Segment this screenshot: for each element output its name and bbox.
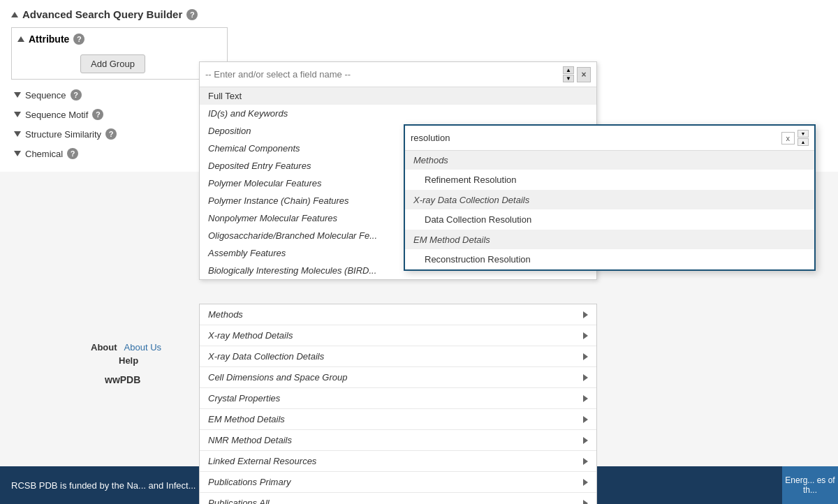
dropdown-row-em-method[interactable]: EM Method Details: [200, 409, 596, 430]
sequence-expand-icon: [14, 92, 21, 98]
dropdown-row-methods-label: Methods: [208, 309, 243, 320]
sequence-motif-help-icon[interactable]: ?: [92, 109, 103, 120]
help-row: Help: [91, 355, 161, 366]
resolution-group-xray-collection: X-ray Data Collection Details: [405, 191, 814, 209]
resolution-search-bar: x ▼ ▲: [405, 126, 814, 151]
resolution-sort-buttons: ▼ ▲: [797, 130, 809, 146]
sidebar-item-structure-similarity-label: Structure Similarity: [25, 129, 101, 140]
xray-collection-arrow-icon: [583, 353, 588, 360]
dropdown-row-nmr-method-label: NMR Method Details: [208, 435, 292, 445]
dropdown-row-publications-all-label: Publications All: [208, 498, 270, 504]
dropdown-row-cell-dimensions[interactable]: Cell Dimensions and Space Group: [200, 367, 596, 388]
header-help-icon[interactable]: ?: [186, 9, 198, 20]
about-row: About About Us: [91, 342, 161, 353]
page-title: Advanced Search Query Builder: [22, 8, 182, 20]
advanced-search-header[interactable]: Advanced Search Query Builder ?: [11, 8, 827, 20]
structure-similarity-expand-icon: [14, 131, 21, 137]
sidebar-item-sequence-label: Sequence: [25, 90, 66, 101]
dropdown-row-xray-method-label: X-ray Method Details: [208, 330, 293, 341]
dropdown-row-em-method-label: EM Method Details: [208, 414, 285, 424]
attribute-section: Attribute ? Add Group: [11, 27, 228, 80]
cell-dimensions-arrow-icon: [583, 374, 588, 381]
dropdown-row-linked-external-label: Linked External Resources: [208, 456, 316, 466]
dropdown-row-xray-collection-label: X-ray Data Collection Details: [208, 351, 324, 362]
dropdown-rows-section: Methods X-ray Method Details X-ray Data …: [199, 304, 597, 504]
footer-right-text: Energ... es of th...: [785, 475, 835, 495]
resolution-sort-down-button[interactable]: ▼: [797, 130, 809, 138]
publications-primary-arrow-icon: [583, 479, 588, 486]
em-method-arrow-icon: [583, 416, 588, 423]
wwpdb-row: wwPDB: [91, 369, 161, 385]
resolution-popup: x ▼ ▲ Methods Refinement Resolution X-ra…: [404, 124, 816, 271]
dropdown-row-publications-primary-label: Publications Primary: [208, 477, 291, 487]
wwpdb-label: wwPDB: [105, 374, 140, 385]
dropdown-row-linked-external[interactable]: Linked External Resources: [200, 451, 596, 472]
footer-right-section: Energ... es of th...: [782, 466, 838, 504]
resolution-search-input[interactable]: [411, 133, 779, 143]
dropdown-row-publications-all[interactable]: Publications All: [200, 493, 596, 504]
attribute-header: Attribute ?: [17, 34, 221, 45]
resolution-group-methods: Methods: [405, 151, 814, 170]
linked-external-arrow-icon: [583, 458, 588, 465]
resolution-sort-up-button[interactable]: ▲: [797, 138, 809, 146]
field-search-input[interactable]: [205, 69, 560, 80]
about-help-section: About About Us Help wwPDB: [91, 342, 161, 388]
resolution-item-reconstruction[interactable]: Reconstruction Resolution: [405, 249, 814, 269]
attribute-help-icon[interactable]: ?: [73, 34, 84, 45]
resolution-clear-button[interactable]: x: [781, 132, 795, 144]
methods-arrow-icon: [583, 311, 588, 318]
resolution-item-refinement[interactable]: Refinement Resolution: [405, 170, 814, 191]
sort-down-button[interactable]: ▼: [563, 75, 574, 82]
add-group-button[interactable]: Add Group: [80, 54, 145, 73]
sort-up-button[interactable]: ▲: [563, 66, 574, 74]
dropdown-row-xray-method[interactable]: X-ray Method Details: [200, 325, 596, 346]
chemical-help-icon[interactable]: ?: [67, 148, 78, 159]
help-label: Help: [119, 355, 138, 366]
dropdown-row-nmr-method[interactable]: NMR Method Details: [200, 430, 596, 451]
about-label: About: [91, 342, 117, 353]
structure-similarity-help-icon[interactable]: ?: [105, 128, 117, 140]
attribute-collapse-icon: [17, 36, 24, 42]
about-us-link[interactable]: About Us: [124, 342, 161, 353]
chemical-expand-icon: [14, 151, 21, 156]
sidebar-item-chemical-label: Chemical: [25, 149, 63, 159]
attribute-label: Attribute: [29, 34, 69, 45]
dropdown-row-crystal[interactable]: Crystal Properties: [200, 388, 596, 409]
resolution-item-data-collection[interactable]: Data Collection Resolution: [405, 209, 814, 230]
dropdown-item-full-text[interactable]: Full Text: [200, 87, 596, 105]
field-clear-button[interactable]: ×: [577, 67, 591, 82]
dropdown-item-ids-keywords[interactable]: ID(s) and Keywords: [200, 105, 596, 122]
dropdown-row-xray-collection[interactable]: X-ray Data Collection Details: [200, 346, 596, 367]
publications-all-arrow-icon: [583, 500, 588, 505]
nmr-method-arrow-icon: [583, 437, 588, 444]
xray-method-arrow-icon: [583, 332, 588, 339]
collapse-icon: [11, 12, 18, 17]
dropdown-row-cell-dimensions-label: Cell Dimensions and Space Group: [208, 372, 347, 383]
crystal-arrow-icon: [583, 395, 588, 402]
field-search-bar: ▲ ▼ ×: [200, 62, 596, 87]
field-sort-buttons: ▲ ▼: [563, 66, 574, 82]
dropdown-row-publications-primary[interactable]: Publications Primary: [200, 472, 596, 493]
dropdown-row-crystal-label: Crystal Properties: [208, 393, 280, 403]
sequence-motif-expand-icon: [14, 112, 21, 117]
sidebar-item-sequence-motif-label: Sequence Motif: [25, 110, 88, 120]
resolution-group-em-method: EM Method Details: [405, 230, 814, 249]
footer-text: RCSB PDB is funded by the Na... and Infe…: [11, 480, 196, 491]
sequence-help-icon[interactable]: ?: [71, 89, 82, 101]
dropdown-row-methods[interactable]: Methods: [200, 304, 596, 325]
